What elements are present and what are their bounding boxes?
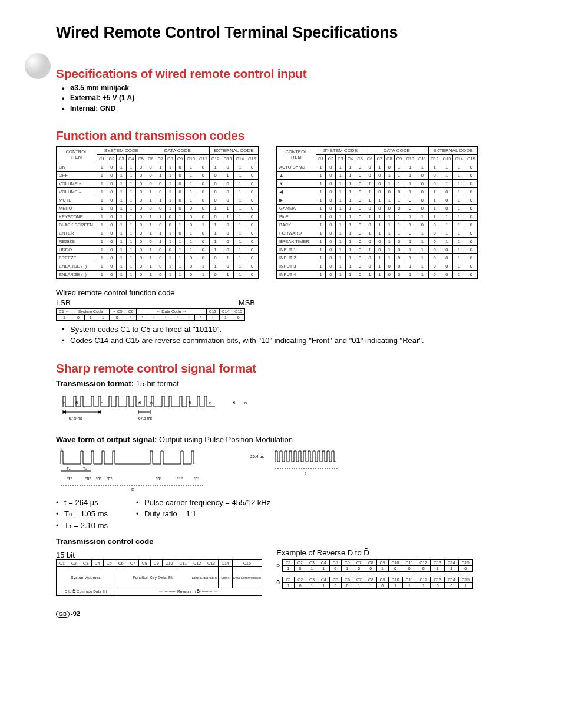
param: T₀ = 1.05 ms	[56, 508, 108, 520]
reverse-example-block: DC1C2C3C4C5C6C7C8C9C10C11C12C13C14C15101…	[276, 559, 473, 589]
svg-text:"1": "1"	[67, 477, 72, 481]
svg-text:t: t	[61, 447, 62, 450]
svg-text:D: D	[63, 401, 66, 405]
param: t = 264 µs	[56, 497, 108, 509]
svg-text:D̄: D̄	[189, 401, 191, 405]
note-item: Codes C14 and C15 are reverse confirmati…	[62, 335, 533, 347]
note-item: System codes C1 to C5 are fixed at "1011…	[62, 324, 533, 335]
param: T₁ = 2.10 ms	[56, 520, 108, 532]
transmission-diagram: DD̄DD̄DD̄DD̄D67.5 ms67.5 ms	[56, 391, 533, 431]
svg-text:67.5 ms: 67.5 ms	[69, 416, 83, 420]
svg-text:67.5 ms: 67.5 ms	[138, 416, 153, 420]
spec-item: Internal: GND	[62, 104, 533, 114]
svg-text:D: D	[101, 401, 104, 405]
svg-text:t: t	[305, 471, 306, 475]
trans-fmt-label: Transmission format:	[56, 379, 134, 388]
heading-codes: Function and transmisson codes	[56, 129, 533, 143]
wave-value: Output using Pulse Position Modulation	[159, 435, 293, 444]
svg-text:"0": "0"	[85, 477, 91, 481]
heading-signal: Sharp remote control signal format	[56, 361, 533, 375]
svg-text:"0": "0"	[194, 477, 199, 481]
example-label: Example of Reverse D to D̄	[276, 548, 473, 557]
svg-text:D̄: D̄	[233, 401, 236, 405]
svg-text:D: D	[131, 487, 134, 492]
fifteen-bit-label: 15 bit	[56, 551, 262, 559]
svg-text:D: D	[209, 401, 212, 405]
svg-text:"1": "1"	[177, 477, 183, 481]
svg-text:26.4 µs: 26.4 µs	[250, 454, 265, 459]
param: Duty ratio = 1:1	[136, 508, 270, 520]
spec-item: ø3.5 mm minijack	[62, 83, 533, 93]
param: Pulse carrier frequency = 455/12 kHz	[136, 497, 270, 509]
svg-text:D: D	[150, 401, 153, 405]
svg-text:D̄: D̄	[75, 401, 78, 405]
page-number: GB-92	[56, 610, 533, 618]
specs-list: ø3.5 mm minijack External: +5 V (1 A) In…	[62, 83, 533, 114]
svg-text:T₁: T₁	[67, 467, 71, 470]
tcc-table: C1C2C3C4C5C6C7C8C9C10C11C12C13C14C15Syst…	[56, 559, 262, 596]
code-table-left: CONTROLITEMSYSTEM CODEDATA CODEEXTERNAL …	[56, 146, 259, 279]
svg-text:T₀: T₀	[83, 467, 87, 470]
svg-text:D̄: D̄	[138, 401, 141, 405]
params-left: t = 264 µs T₀ = 1.05 ms T₁ = 2.10 ms	[56, 497, 108, 532]
spec-item: External: +5 V (1 A)	[62, 93, 533, 103]
svg-text:"0": "0"	[107, 477, 112, 481]
msb-label: MSB	[239, 298, 255, 307]
lsb-label: LSB	[56, 298, 71, 307]
wave-label: Wave form of output signal:	[56, 435, 157, 444]
trans-fmt-value: 15-bit format	[136, 379, 179, 388]
page-title: Wired Remote Control Terminal Specificat…	[56, 24, 533, 42]
tcc-label: Transmission control code	[56, 537, 533, 546]
svg-text:D: D	[244, 401, 247, 405]
params-right: Pulse carrier frequency = 455/12 kHz Dut…	[136, 497, 270, 532]
page-decor-circle	[24, 52, 52, 80]
func-code-mini-table: C1 ←System Code→ C5C6← Data Code →C13C14…	[56, 308, 245, 321]
heading-specs: Specifications of wired remote control i…	[56, 67, 533, 81]
code-table-right: CONTROLITEMSYSTEM CODEDATA CODEEXTERNAL …	[276, 146, 478, 279]
waveform-diagram: tT₁T₀"1""0""0""0""0""1""0"D 26.4 µst	[56, 447, 533, 493]
svg-text:"0": "0"	[96, 477, 101, 481]
svg-point-0	[25, 53, 51, 79]
svg-text:"0": "0"	[156, 477, 161, 481]
func-code-label: Wired remote control function code	[56, 288, 533, 297]
